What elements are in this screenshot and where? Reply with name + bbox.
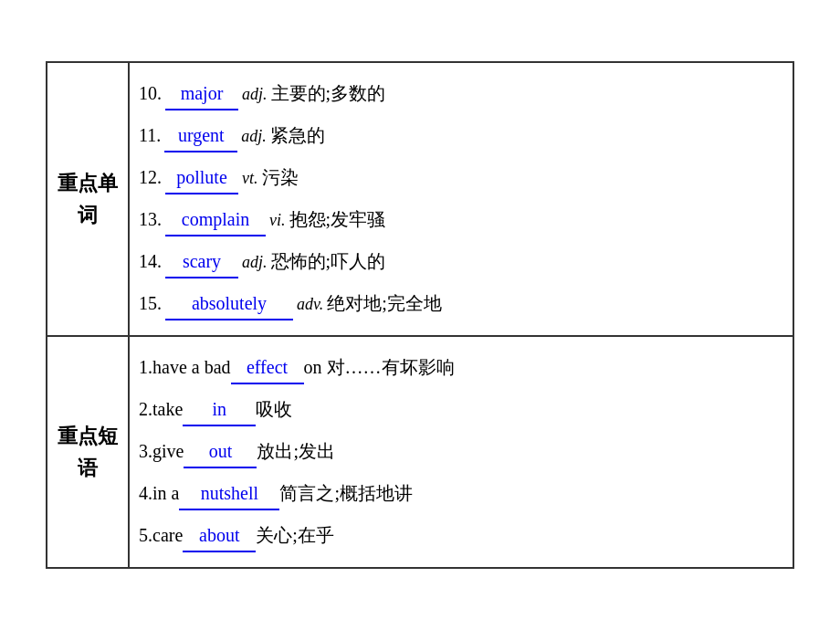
phrase-item-3: 3.give out 放出;发出 — [139, 436, 783, 468]
vocab-item-10: 10. major adj. 主要的;多数的 — [139, 78, 783, 110]
keyword-effect: effect — [231, 352, 304, 384]
keyword-complain: complain — [165, 204, 266, 236]
keyword-scary: scary — [165, 246, 238, 278]
pos-urgent: adj. — [241, 122, 267, 151]
vocabulary-table: 重点单词 10. major adj. 主要的;多数的 11. urgent a… — [46, 61, 794, 569]
keyword-absolutely: absolutely — [165, 288, 293, 320]
item-num: 15. — [139, 288, 162, 319]
def-absolutely: 绝对地;完全地 — [327, 288, 442, 319]
vocab-item-12: 12. pollute vt. 污染 — [139, 162, 783, 194]
vocab-content-cell: 10. major adj. 主要的;多数的 11. urgent adj. 紧… — [129, 62, 793, 336]
phrase-prefix-3: 3.give — [139, 436, 184, 467]
def-major: 主要的;多数的 — [271, 78, 386, 109]
def-scary: 恐怖的;吓人的 — [271, 246, 386, 277]
pos-major: adj. — [242, 80, 268, 109]
keyword-urgent: urgent — [164, 120, 237, 152]
keyword-out: out — [184, 436, 257, 468]
vocab-section-row: 重点单词 10. major adj. 主要的;多数的 11. urgent a… — [47, 62, 793, 336]
vocab-item-11: 11. urgent adj. 紧急的 — [139, 120, 783, 152]
item-num: 14. — [139, 246, 162, 277]
pos-absolutely: adv. — [297, 290, 323, 319]
phrase-item-2: 2.take in 吸收 — [139, 394, 783, 426]
phrase-prefix-1: 1.have a bad — [139, 352, 231, 383]
item-num: 13. — [139, 204, 162, 235]
phrase-category-label: 重点短语 — [58, 425, 118, 479]
phrase-content-cell: 1.have a bad effect on 对……有坏影响 2.take in… — [129, 336, 793, 568]
pos-scary: adj. — [242, 248, 268, 277]
phrase-category-cell: 重点短语 — [47, 336, 129, 568]
phrase-suffix-4: 简言之;概括地讲 — [279, 478, 413, 509]
vocab-item-14: 14. scary adj. 恐怖的;吓人的 — [139, 246, 783, 278]
keyword-nutshell: nutshell — [179, 478, 279, 510]
def-urgent: 紧急的 — [270, 120, 325, 151]
phrase-suffix-3: 放出;发出 — [257, 436, 335, 467]
item-num: 10. — [139, 78, 162, 109]
vocab-item-13: 13. complain vi. 抱怨;发牢骚 — [139, 204, 783, 236]
keyword-major: major — [165, 78, 238, 110]
keyword-in: in — [183, 394, 256, 426]
def-complain: 抱怨;发牢骚 — [289, 204, 386, 235]
pos-complain: vi. — [269, 206, 286, 235]
phrase-item-5: 5.care about 关心;在乎 — [139, 520, 783, 552]
pos-pollute: vt. — [242, 164, 258, 193]
phrase-prefix-2: 2.take — [139, 394, 183, 425]
phrase-suffix-1: on 对……有坏影响 — [304, 352, 455, 383]
keyword-pollute: pollute — [165, 162, 238, 194]
phrase-prefix-5: 5.care — [139, 520, 183, 551]
vocab-category-label: 重点单词 — [58, 172, 118, 226]
def-pollute: 污染 — [262, 162, 299, 193]
phrase-item-1: 1.have a bad effect on 对……有坏影响 — [139, 352, 783, 384]
keyword-about: about — [183, 520, 256, 552]
phrase-item-4: 4.in a nutshell 简言之;概括地讲 — [139, 478, 783, 510]
item-num: 11. — [139, 120, 161, 151]
phrase-suffix-5: 关心;在乎 — [256, 520, 334, 551]
phrase-section-row: 重点短语 1.have a bad effect on 对……有坏影响 2.ta… — [47, 336, 793, 568]
vocab-item-15: 15. absolutely adv. 绝对地;完全地 — [139, 288, 783, 320]
phrase-suffix-2: 吸收 — [256, 394, 292, 425]
phrase-prefix-4: 4.in a — [139, 478, 179, 509]
vocab-category-cell: 重点单词 — [47, 62, 129, 336]
item-num: 12. — [139, 162, 162, 193]
